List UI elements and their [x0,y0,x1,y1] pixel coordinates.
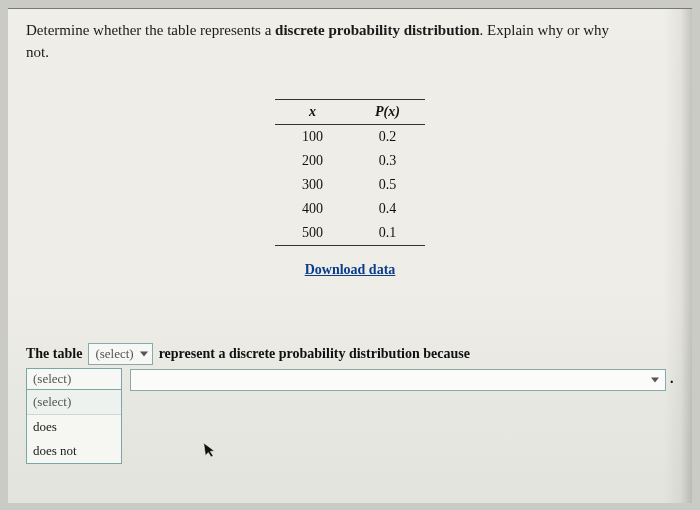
question-text: Determine whether the table represents a… [26,19,666,63]
table-row: 500 0.1 [275,221,425,245]
question-part-c: . Explain why or why [480,22,610,38]
cell-x: 500 [275,221,350,245]
dropdown-list: (select) does does not [26,390,122,464]
cell-p: 0.4 [350,197,425,221]
download-data-link[interactable]: Download data [305,262,396,277]
cell-p: 0.1 [350,221,425,245]
select-reason[interactable] [130,369,666,391]
dropdown-option-does-not[interactable]: does not [27,439,121,463]
select-does-doesnot[interactable]: (select) [88,343,152,365]
select-does-doesnot-open[interactable]: (select) [26,368,122,390]
answer-prefix: The table [26,346,82,362]
chevron-down-icon [140,352,148,357]
answer-mid: represent a discrete probability distrib… [159,346,470,362]
table-row: 100 0.2 [275,125,425,149]
dropdown-option-placeholder[interactable]: (select) [27,390,121,415]
dropdown-option-does[interactable]: does [27,415,121,439]
cursor-icon [203,440,220,464]
cell-x: 300 [275,173,350,197]
table-row: 300 0.5 [275,173,425,197]
cell-x: 200 [275,149,350,173]
cell-p: 0.3 [350,149,425,173]
cell-p: 0.5 [350,173,425,197]
answer-area: The table (select) represent a discrete … [26,343,668,365]
question-bold: discrete probability distribution [275,22,479,38]
answer-period: . [670,371,674,387]
question-line2: not. [26,44,49,60]
table-header-px: P(x) [375,104,400,119]
cell-x: 400 [275,197,350,221]
table-row: 400 0.4 [275,197,425,221]
chevron-down-icon [651,378,659,383]
table-header-x: x [309,104,316,119]
select-placeholder: (select) [33,371,71,386]
cell-p: 0.2 [350,125,425,149]
select-placeholder: (select) [95,346,133,362]
cell-x: 100 [275,125,350,149]
table-row: 200 0.3 [275,149,425,173]
probability-table: x P(x) 100 0.2 200 0.3 300 0.5 400 0.4 5… [275,99,425,246]
question-part-a: Determine whether the table represents a [26,22,275,38]
